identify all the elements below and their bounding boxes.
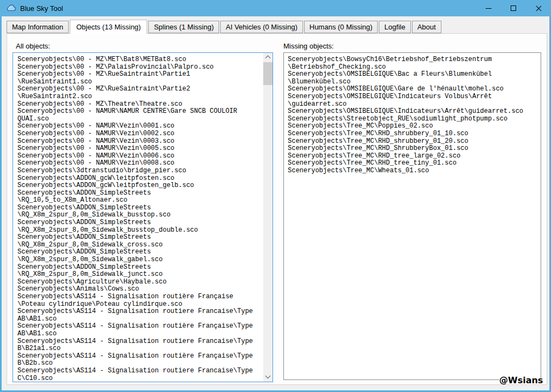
list-line[interactable]: Sceneryobjects\AS114 - Signalisation rou… — [17, 353, 273, 360]
list-line[interactable]: Sceneryobjects\ADDON_SimpleStreets — [17, 190, 273, 197]
list-line[interactable]: Sceneryobjects\AS114 - Signalisation rou… — [17, 338, 273, 346]
list-line[interactable]: \RueSaintraint1.sco — [17, 79, 273, 86]
list-line[interactable]: Sceneryobjects\00 - NAMUR\Vezin\0002.sco — [17, 130, 273, 138]
list-line[interactable]: Sceneryobjects\Tree_MC\Wheats_01.sco — [288, 167, 541, 175]
tab-about[interactable]: About — [412, 21, 441, 33]
list-line[interactable]: \RQ_X8m_2spur_8,0m_Sidewalk_busstop.sco — [17, 212, 273, 219]
list-line[interactable]: Sceneryobjects\OMSIBELGIQUE\Indicateurs\… — [288, 108, 541, 116]
window-controls — [476, 0, 551, 16]
list-line[interactable]: Sceneryobjects\BowsyCh16\Betriebshof_Bet… — [288, 56, 541, 64]
tab-ai-vehicles[interactable]: AI Vehicles (0 Missing) — [220, 21, 303, 33]
list-line[interactable]: Sceneryobjects\Animals\Cows.sco — [17, 286, 273, 293]
list-line[interactable]: Sceneryobjects\AS114 - Signalisation rou… — [17, 323, 273, 330]
list-line[interactable]: Sceneryobjects\00 - MZ\PalaisProvincial\… — [17, 64, 273, 71]
close-button[interactable] — [526, 0, 551, 16]
chevron-down-icon — [265, 373, 271, 379]
list-line[interactable]: \RQ_X8m_2spur_8,0m_Sidewalk_gabel.sco — [17, 256, 273, 264]
list-line[interactable]: \RQ_10,5_to_X8m_Altonaer.sco — [17, 197, 273, 204]
tab-splines[interactable]: Splines (1 Missing) — [148, 21, 219, 33]
chevron-up-icon — [265, 56, 271, 61]
watermark: @Wsians — [499, 375, 543, 385]
list-line[interactable]: Sceneryobjects\Tree_MC\RHD_tree_large_02… — [288, 153, 541, 160]
list-line[interactable]: Sceneryobjects\00 - NAMUR\Vezin\0005.sco — [17, 145, 273, 153]
list-line[interactable]: Sceneryobjects\ADDON_SimpleStreets — [17, 234, 273, 242]
all-objects-label: All objects: — [16, 42, 50, 50]
tab-objects[interactable]: Objects (13 Missing) — [70, 20, 147, 34]
list-line[interactable]: Sceneryobjects\Tree_MC\Poppies_02.sco — [288, 123, 541, 130]
minimize-button[interactable] — [476, 0, 501, 16]
list-line[interactable]: Sceneryobjects\Agriculture\Haybale.sco — [17, 279, 273, 286]
list-line[interactable]: Sceneryobjects\AS114 - Signalisation rou… — [17, 367, 273, 375]
scroll-up-button[interactable] — [263, 53, 273, 62]
list-line[interactable]: \RQ_X8m_2spur_8,0m_Sidewalk_junct.sco — [17, 271, 273, 279]
list-line[interactable]: C\C10.sco — [17, 375, 273, 382]
list-line[interactable]: Sceneryobjects\ADDON_SimpleStreets — [17, 249, 273, 256]
list-line[interactable]: Sceneryobjects\00 - NAMUR\Vezin\0001.sco — [17, 123, 273, 130]
list-line[interactable]: Sceneryobjects\OMSIBELGIQUE\Indicateurs … — [288, 93, 541, 101]
list-line[interactable]: Sceneryobjects\00 - MZ\RueSaintraint\Par… — [17, 71, 273, 79]
tab-map-information[interactable]: Map Information — [7, 21, 69, 33]
window-title: Blue Sky Tool — [20, 4, 63, 13]
title-bar[interactable]: Blue Sky Tool — [0, 0, 551, 16]
list-line[interactable]: Sceneryobjects\ADDON_SimpleStreets — [17, 264, 273, 272]
maximize-button[interactable] — [501, 0, 526, 16]
list-line[interactable]: Sceneryobjects\00 - MZ\Theatre\Theatre.s… — [17, 101, 273, 108]
maximize-icon — [511, 5, 516, 11]
scrollbar-thumb[interactable] — [263, 62, 273, 85]
tab-logfile[interactable]: Logfile — [379, 21, 410, 33]
list-line[interactable]: Sceneryobjects\Tree_MC\RHD_tree_tiny_01.… — [288, 160, 541, 167]
list-line[interactable]: AB\AB1.sco — [17, 330, 273, 338]
list-line[interactable]: Sceneryobjects\ADDON_gcW\leitpfosten.sco — [17, 175, 273, 183]
list-line[interactable]: \RQ_X8m_2spur_8,0m_Sidewalk_busstop_doub… — [17, 227, 273, 234]
list-line[interactable]: Sceneryobjects\00 - NAMUR\Vezin\0006.sco — [17, 153, 273, 160]
list-line[interactable]: \Blumenkübel.sco — [288, 79, 541, 86]
list-line[interactable]: Sceneryobjects\3dtranstudio\bridge_pier.… — [17, 167, 273, 175]
cloud-app-icon — [6, 4, 16, 12]
scroll-down-button[interactable] — [263, 372, 273, 382]
list-line[interactable]: Sceneryobjects\AS114 - Signalisation rou… — [17, 308, 273, 316]
missing-objects-listbox[interactable]: Sceneryobjects\BowsyCh16\Betriebshof_Bet… — [283, 52, 541, 380]
list-line[interactable]: B\B2b.sco — [17, 360, 273, 367]
list-line[interactable]: B\B21a1.sco — [17, 345, 273, 353]
list-line[interactable]: \guidearret.sco — [288, 101, 541, 108]
list-line[interactable]: Sceneryobjects\00 - MZ\MET\Bat8\METBat8.… — [17, 56, 273, 64]
list-line[interactable]: AB\AB1.sco — [17, 316, 273, 323]
missing-objects-label: Missing objects: — [283, 42, 334, 50]
list-line[interactable]: Sceneryobjects\Streetobject_RUE\sodiumli… — [288, 116, 541, 123]
list-line[interactable]: Sceneryobjects\AS114 - Signalisation rou… — [17, 293, 273, 301]
list-line[interactable]: Sceneryobjects\00 - NAMUR\NAMUR CENTRE\G… — [17, 108, 273, 116]
list-line[interactable]: \Betriebshof_Checking.sco — [288, 64, 541, 71]
list-line[interactable]: Sceneryobjects\Tree_MC\RHD_shrubbery_01_… — [288, 138, 541, 146]
app-window: Blue Sky Tool Map Information Objects (1… — [0, 0, 551, 392]
list-line[interactable]: \Poteau cylindrique\Poteau cylindirque.s… — [17, 301, 273, 309]
list-line[interactable]: Sceneryobjects\ADDON_gcW\leitpfosten_gel… — [17, 182, 273, 190]
list-line[interactable]: Sceneryobjects\00 - NAMUR\Vezin\0008.sco — [17, 160, 273, 167]
minimize-icon — [486, 8, 492, 9]
list-line[interactable]: Sceneryobjects\00 - MZ\RueSaintraint\Par… — [17, 86, 273, 93]
list-line[interactable]: Sceneryobjects\OMSIBELGIQUE\Bac a Fleurs… — [288, 71, 541, 79]
list-line[interactable]: Sceneryobjects\OMSIBELGIQUE\Gare de l'hé… — [288, 86, 541, 93]
list-line[interactable]: Sceneryobjects\Tree_MC\RHD_ShrubberyBox_… — [288, 145, 541, 153]
all-objects-scrollbar[interactable] — [263, 53, 273, 382]
list-line[interactable]: Sceneryobjects\ADDON_SimpleStreets — [17, 204, 273, 212]
list-line[interactable]: \RQ_X8m_2spur_8,0m_Sidewalk_cross.sco — [17, 242, 273, 249]
list-line[interactable]: Sceneryobjects\00 - NAMUR\Vezin\0003.sco — [17, 138, 273, 146]
list-line[interactable]: Sceneryobjects\Tree_MC\RHD_shrubbery_01_… — [288, 130, 541, 138]
tab-strip: Map Information Objects (13 Missing) Spl… — [7, 20, 443, 33]
list-line[interactable]: Sceneryobjects\ADDON_SimpleStreets — [17, 219, 273, 227]
list-line[interactable]: QUAI.sco — [17, 116, 273, 123]
all-objects-listbox[interactable]: Sceneryobjects\00 - MZ\MET\Bat8\METBat8.… — [13, 52, 273, 382]
list-line[interactable]: \RueSaintraint2.sco — [17, 93, 273, 101]
tab-humans[interactable]: Humans (0 Missing) — [304, 21, 378, 33]
